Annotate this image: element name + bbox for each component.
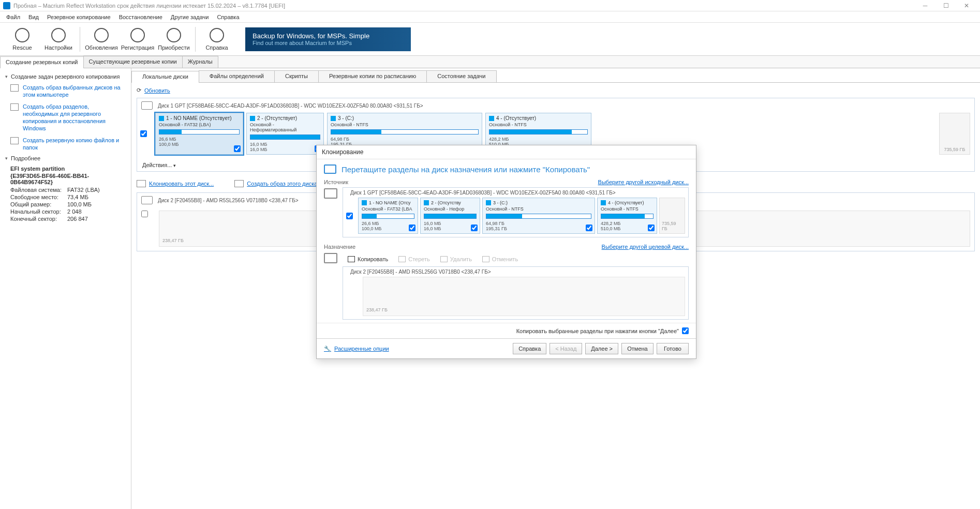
advanced-options-link[interactable]: 🔧 Расширенные опции (324, 346, 389, 352)
refresh-link[interactable]: Обновить (144, 87, 170, 94)
menubar: Файл Вид Резервное копирование Восстанов… (0, 11, 980, 23)
windows-icon (362, 200, 367, 205)
window-title: Пробная – Macrium Reflect Workstation ср… (13, 3, 915, 9)
disk-icon (141, 196, 153, 204)
tab-existing-backup[interactable]: Существующие резервные копии (83, 56, 183, 68)
key-icon (130, 28, 145, 42)
partition-1-checkbox[interactable] (234, 145, 241, 152)
help-button[interactable]: Справка (513, 343, 546, 354)
windows-icon (489, 116, 494, 121)
menu-backup[interactable]: Резервное копирование (43, 12, 115, 22)
menu-restore[interactable]: Восстановление (115, 12, 167, 22)
subtab-scheduled[interactable]: Резервные копии по расписанию (318, 70, 427, 82)
tab-logs[interactable]: Журналы (182, 56, 218, 68)
copy-button[interactable]: Копировать (343, 254, 393, 264)
subtab-defs[interactable]: Файлы определений (199, 70, 275, 82)
disk1-unallocated: 735,59 ГБ (939, 113, 970, 155)
dialog-footer: 🔧 Расширенные опции Справка < Назад Дале… (317, 338, 696, 358)
partition-details: EFI system partition {E39F3D65-BF66-460E… (5, 163, 126, 222)
msp-banner[interactable]: Backup for Windows, for MSPs. Simple Fin… (245, 27, 411, 51)
dest-disk: Диск 2 [F20455B8] - AMD R5SL256G V0718B0… (343, 266, 689, 320)
subtab-local-disks[interactable]: Локальные диски (131, 71, 199, 83)
delete-button: Удалить (435, 254, 477, 264)
wrench-icon: 🔧 (324, 346, 331, 352)
monitor-icon (324, 188, 337, 199)
actions-dropdown[interactable]: Действия... ▾ (142, 162, 176, 168)
clone-prompt: Перетащите разделы на диск назначения ил… (317, 159, 696, 176)
toolbar-register[interactable]: Регистрация (120, 24, 156, 55)
titlebar: Пробная – Macrium Reflect Workstation ср… (0, 0, 980, 11)
select-source-link[interactable]: Выберите другой исходный диск... (598, 179, 689, 185)
finish-button[interactable]: Готово (657, 343, 689, 354)
dest-toolbar: Копировать Стереть Удалить Отменить (343, 252, 689, 266)
select-dest-link[interactable]: Выберите другой целевой диск... (602, 244, 689, 250)
sidebar: ▾Создание задач резервного копирования С… (0, 68, 131, 509)
sidebar-create-section: ▾Создание задач резервного копирования С… (5, 71, 126, 153)
close-button[interactable]: ✕ (956, 0, 977, 11)
detail-title2: {E39F3D65-BF66-460E-BB41-0B64B9674F52} (10, 173, 126, 185)
toolbar-purchase[interactable]: Приобрести (156, 24, 192, 55)
sidebar-details-head[interactable]: ▾Подробнее (5, 153, 126, 163)
windows-icon (331, 116, 336, 121)
cancel-button[interactable]: Отмена (621, 343, 654, 354)
disk1-select-all[interactable] (140, 130, 147, 137)
subtab-scripts[interactable]: Скрипты (274, 70, 319, 82)
toolbar-updates[interactable]: Обновления (83, 24, 120, 55)
source-partition-4[interactable]: 4 - (Отсутствует) Основной - NTFS 428,2 … (597, 198, 657, 234)
minimize-button[interactable]: ─ (915, 0, 936, 11)
src-partition-4-checkbox[interactable] (648, 224, 655, 231)
menu-file[interactable]: Файл (2, 12, 24, 22)
disk-icon (324, 164, 336, 174)
toolbar-rescue[interactable]: Rescue (4, 24, 40, 55)
windows-icon (486, 200, 491, 205)
subtab-status[interactable]: Состояние задачи (426, 70, 496, 82)
source-partition-3[interactable]: 3 - (C:) Основной - NTFS 64,98 ГБ195,31 … (482, 198, 595, 234)
erase-icon (398, 256, 406, 262)
menu-help[interactable]: Справка (213, 12, 243, 22)
source-partition-2[interactable]: 2 - (Отсутству Основной - Нефор 16,0 МБ1… (420, 198, 480, 234)
image-disk-link[interactable]: Создать образ этого диска... (234, 180, 322, 187)
src-partition-1-checkbox[interactable] (409, 224, 415, 231)
sidebar-image-selected-disks[interactable]: Создать образ выбранных дисков на этом к… (5, 82, 126, 101)
primary-tabs: Создание резервных копий Существующие ре… (0, 56, 980, 68)
rescue-icon (15, 28, 29, 42)
sidebar-details-section: ▾Подробнее EFI system partition {E39F3D6… (5, 153, 126, 222)
banner-line2: Find out more about Macrium for MSPs (253, 40, 404, 46)
chevron-down-icon: ▾ (5, 156, 8, 161)
disk1-header: Диск 1 GPT [CF58BA6E-58CC-4EAD-A3DF-9F1A… (137, 98, 974, 113)
src-partition-3-checkbox[interactable] (586, 224, 592, 231)
sidebar-image-windows[interactable]: Создать образ разделов, необходимых для … (5, 101, 126, 134)
maximize-button[interactable]: ☐ (936, 0, 956, 11)
chevron-down-icon: ▾ (173, 163, 176, 168)
disk1-partition-2[interactable]: 2 - (Отсутствует) Основной - Неформатиро… (246, 113, 324, 155)
menu-other[interactable]: Другие задачи (167, 12, 213, 22)
disk1-partition-1[interactable]: 1 - NO NAME (Отсутствует) Основной - FAT… (155, 113, 243, 155)
clone-dialog-title: Клонирование (317, 145, 696, 159)
source-disk: Диск 1 GPT [CF58BA6E-58CC-4EAD-A3DF-9F1A… (343, 187, 689, 237)
copy-option-row: Копировать выбранные разделы при нажатии… (317, 323, 696, 338)
disk-icon (141, 101, 153, 110)
toolbar-settings[interactable]: Настройки (40, 24, 77, 55)
next-button[interactable]: Далее > (585, 343, 618, 354)
copy-option-checkbox[interactable] (682, 327, 689, 334)
disk1-header-text: Диск 1 GPT [CF58BA6E-58CC-4EAD-A3DF-9F1A… (158, 103, 423, 109)
sidebar-backup-files[interactable]: Создать резервную копию файлов и папок (5, 134, 126, 154)
clone-icon (137, 180, 146, 187)
source-partition-1[interactable]: 1 - NO NAME (Отсу Основной - FAT32 (LBA … (358, 198, 418, 234)
dest-unallocated[interactable]: 238,47 ГБ (363, 277, 685, 316)
clone-disk-link[interactable]: Клонировать этот диск... (137, 180, 214, 187)
toolbar: Rescue Настройки Обновления Регистрация … (0, 23, 980, 56)
toolbar-help[interactable]: Справка (199, 24, 235, 55)
menu-view[interactable]: Вид (24, 12, 43, 22)
disk2-select-all[interactable] (141, 211, 148, 217)
tab-create-backup[interactable]: Создание резервных копий (0, 56, 84, 68)
app-icon (3, 2, 10, 9)
sidebar-create-head[interactable]: ▾Создание задач резервного копирования (5, 71, 126, 82)
src-partition-2-checkbox[interactable] (471, 224, 478, 231)
sub-tabs: Локальные диски Файлы определений Скрипт… (131, 70, 980, 83)
monitor-icon (324, 253, 337, 263)
source-select-all[interactable] (346, 213, 353, 219)
clone-dialog: Клонирование Перетащите разделы на диск … (316, 145, 696, 359)
windows-icon (159, 116, 164, 121)
help-icon (210, 28, 224, 42)
